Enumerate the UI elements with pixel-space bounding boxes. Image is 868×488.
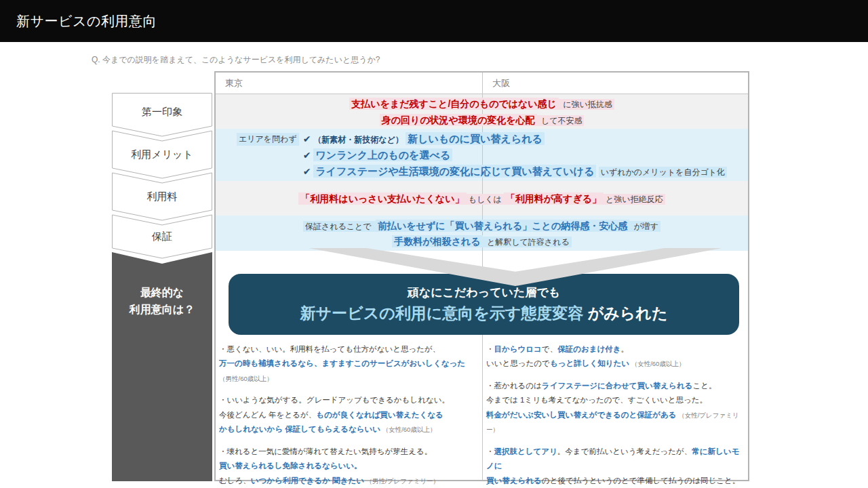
text-line: 保証されることで 前払いをせずに「買い替えられる」ことの納得感・安心感 が増す bbox=[303, 218, 660, 233]
text-segment: して不安感 bbox=[537, 115, 585, 126]
quotes-tokyo: ・悪くない、いい。利用料を払っても仕方がないと思ったが、万一の時も補填されるなら… bbox=[214, 337, 481, 481]
merit-check-list: ✔ （新素材・新技術など） 新しいものに買い替えられる✔ ワンランク上のものを選… bbox=[303, 131, 727, 180]
text-line: 買い替えられるし免除されるならいい。 bbox=[219, 458, 474, 472]
question-text: Q. 今までの説明を踏まえて、このようなサービスを利用してみたいと思うか? bbox=[92, 54, 380, 66]
quote-item: ・選択肢としてアリ。今まで前払いという考えだったが、常に新しいモノに買い替えられ… bbox=[486, 443, 743, 488]
text-segment: （男性/60歳以上） bbox=[219, 375, 273, 382]
row-warranty: 保証されることで 前払いをせずに「買い替えられる」ことの納得感・安心感 が増す手… bbox=[216, 216, 748, 251]
text-segment: かもしれないから 保証してもらえるならいい bbox=[219, 425, 380, 433]
text-line: 今までは 1ミリも考えてなかったので、すごくいいと思った。 bbox=[486, 392, 743, 406]
text-segment: と解釈して許容される bbox=[483, 237, 572, 247]
quote-item: ・惹かれるのはライフステージに合わせて買い替えられること。今までは 1ミリも考え… bbox=[486, 378, 743, 436]
text-segment: こと。 bbox=[692, 382, 716, 390]
conclusion-line1: 頑なにこだわっていた層でも bbox=[408, 285, 560, 300]
text-segment: ・悪くない、いい。利用料を払っても仕方がないと思ったが、 bbox=[219, 345, 440, 353]
text-segment: 保証されることで bbox=[303, 221, 376, 232]
text-segment: で、 bbox=[542, 345, 557, 353]
text-segment: 「利用料が高すぎる」 bbox=[504, 192, 604, 205]
text-line: 「利用料はいっさい支払いたくない」もしくは「利用料が高すぎる」と強い拒絶反応 bbox=[298, 190, 665, 206]
text-line: ✔ ワンランク上のものを選べる bbox=[303, 147, 727, 163]
text-segment: （男性/プレファミリー） bbox=[364, 477, 439, 485]
text-segment: 料金がだいぶ安いし買い替えができるのと保証がある bbox=[486, 411, 677, 419]
text-line: ✔ （新素材・新技術など） 新しいものに買い替えられる bbox=[303, 131, 727, 147]
text-segment: むしろ、 bbox=[219, 476, 251, 485]
quotes-osaka: ・目からウロコで、保証のおまけ付き。いいと思ったのでもっと詳しく知りたい （女性… bbox=[481, 337, 749, 481]
column-header-tokyo: 東京 bbox=[216, 73, 482, 94]
text-line: （男性/60歳以上） bbox=[219, 370, 474, 384]
text-segment: （女性/60歳以上） bbox=[380, 426, 436, 433]
text-segment: ✔ bbox=[303, 134, 314, 144]
final-intent-line1: 最終的な bbox=[112, 285, 212, 302]
final-intent-line2: 利用意向は？ bbox=[112, 302, 212, 319]
row-merit: エリアを問わず ✔ （新素材・新技術など） 新しいものに買い替えられる✔ ワンラ… bbox=[216, 129, 748, 181]
text-segment: もっと詳しく知りたい bbox=[550, 359, 629, 367]
text-segment: 。 bbox=[621, 345, 629, 353]
quote-item: ・いいような気がする。グレードアップもできるかもしれない。今後どんどん 年をとる… bbox=[219, 392, 474, 435]
quote-item: ・壊れると一気に愛情が薄れて替えたい気持ちが芽生える。買い替えられるし免除される… bbox=[219, 443, 474, 487]
text-segment: （新素材・新技術など） bbox=[313, 135, 406, 144]
text-line: ✔ ライフステージや生活環境の変化に応じて買い替えていける いずれかのメリットを… bbox=[303, 163, 727, 180]
text-segment: のと後で払うというのとで準備して払うのは同じこと。 bbox=[542, 476, 740, 485]
page-title: 新サービスの利用意向 bbox=[16, 12, 157, 30]
conclusion-box: 頑なにこだわっていた層でも 新サービスの利用に意向を示す態度変容 がみられた bbox=[229, 274, 739, 335]
text-segment: 前払いをせずに「買い替えられる」ことの納得感・安心感 bbox=[376, 220, 629, 232]
text-segment: もしくは bbox=[467, 194, 504, 205]
text-segment: 買い替えられるし免除されるならいい。 bbox=[219, 462, 362, 470]
text-line: むしろ、いつから利用できるか 聞きたい （男性/プレファミリー） bbox=[219, 472, 474, 487]
text-segment: ライフステージに合わせて買い替えられる bbox=[542, 382, 693, 390]
text-line: 身の回りの状況や環境の変化を心配 して不安感 bbox=[380, 112, 585, 127]
stage-label-first-impression: 第一印象 bbox=[112, 106, 212, 119]
text-line: 手数料が相殺される と解釈して許容される bbox=[392, 233, 571, 249]
text-segment: 保証のおまけ付き bbox=[557, 345, 620, 353]
text-line: ・選択肢としてアリ。今まで前払いという考えだったが、常に新しいモノに bbox=[486, 443, 743, 472]
conclusion-highlight: 新サービスの利用に意向を示す態度変容 bbox=[300, 304, 584, 322]
text-segment: 身の回りの状況や環境の変化を心配 bbox=[380, 114, 537, 126]
text-segment: 選択肢としてアリ bbox=[494, 447, 557, 455]
column-header-osaka: 大阪 bbox=[482, 73, 748, 94]
text-line: ・惹かれるのはライフステージに合わせて買い替えられること。 bbox=[486, 378, 743, 392]
text-segment: 「利用料はいっさい支払いたくない」 bbox=[298, 192, 466, 205]
text-line: 万一の時も補填されるなら、ますますこのサービスがおいしくなった bbox=[219, 355, 474, 369]
text-line: ・目からウロコで、保証のおまけ付き。 bbox=[486, 341, 743, 355]
merit-content: エリアを問わず ✔ （新素材・新技術など） 新しいものに買い替えられる✔ ワンラ… bbox=[237, 131, 727, 180]
text-segment: と強い拒絶反応 bbox=[604, 194, 665, 205]
text-segment: ✔ bbox=[303, 150, 314, 161]
text-segment: 今後どんどん 年をとるが、 bbox=[219, 411, 316, 419]
row-first-impression: 支払いをまだ残すこと/自分のものではない感じ に強い抵抗感身の回りの状況や環境の… bbox=[216, 94, 748, 129]
stage-label-fee: 利用料 bbox=[112, 190, 212, 203]
quote-item: ・悪くない、いい。利用料を払っても仕方がないと思ったが、万一の時も補填されるなら… bbox=[219, 341, 474, 384]
text-segment: いつから利用できるか 聞きたい bbox=[251, 476, 364, 485]
text-line: 買い替えられるのと後で払うというのとで準備して払うのは同じこと。 bbox=[486, 472, 743, 487]
text-segment: 万一の時も補填されるなら、ますますこのサービスがおいしくなった bbox=[219, 359, 465, 367]
text-segment: 買い替えられる bbox=[486, 476, 542, 485]
text-line: いいと思ったのでもっと詳しく知りたい （女性/60歳以上） bbox=[486, 355, 743, 369]
text-segment: ・壊れると一気に愛情が薄れて替えたい気持ちが芽生える。 bbox=[219, 447, 432, 455]
text-segment: ・いいような気がする。グレードアップもできるかもしれない。 bbox=[219, 396, 450, 404]
text-line: 料金がだいぶ安いし買い替えができるのと保証がある （女性/プレファミリー） bbox=[486, 407, 743, 436]
text-segment: 。今まで前払いという考えだったが、 bbox=[557, 447, 692, 455]
text-segment: 今までは 1ミリも考えてなかったので、すごくいいと思った。 bbox=[486, 396, 707, 404]
text-segment: （女性/60歳以上） bbox=[629, 360, 685, 367]
stage-label-warranty: 保証 bbox=[112, 230, 212, 243]
text-segment: 新しいものに買い替えられる bbox=[406, 132, 545, 145]
conclusion-line2: 新サービスの利用に意向を示す態度変容 がみられた bbox=[300, 303, 668, 324]
text-segment: 手数料が相殺される bbox=[392, 235, 482, 247]
text-segment: ライフステージや生活環境の変化に応じて買い替えていける bbox=[313, 165, 596, 178]
text-line: 今後どんどん 年をとるが、ものが良くなれば買い替えたくなる bbox=[219, 407, 474, 421]
text-line: ・いいような気がする。グレードアップもできるかもしれない。 bbox=[219, 392, 474, 406]
text-segment: ・ bbox=[486, 447, 494, 455]
text-line: 支払いをまだ残すこと/自分のものではない感じ に強い抵抗感 bbox=[349, 96, 614, 111]
merit-area-chip: エリアを問わず bbox=[237, 133, 299, 146]
text-segment: ✔ bbox=[303, 166, 314, 177]
header-bar: 新サービスの利用意向 bbox=[0, 0, 868, 42]
text-segment: 支払いをまだ残すこと/自分のものではない感じ bbox=[349, 98, 559, 110]
text-segment: が増す bbox=[629, 221, 660, 232]
text-segment: ワンランク上のものを選べる bbox=[313, 148, 452, 161]
quotes-section: ・悪くない、いい。利用料を払っても仕方がないと思ったが、万一の時も補填されるなら… bbox=[214, 337, 749, 481]
text-segment: いいと思ったので bbox=[486, 359, 550, 367]
text-segment: 目からウロコ bbox=[494, 345, 542, 353]
text-segment: ものが良くなれば買い替えたくなる bbox=[316, 411, 443, 419]
text-segment: いずれかのメリットを自分ゴト化 bbox=[599, 167, 727, 178]
text-line: ・壊れると一気に愛情が薄れて替えたい気持ちが芽生える。 bbox=[219, 443, 474, 458]
text-segment: ・ bbox=[486, 345, 494, 353]
